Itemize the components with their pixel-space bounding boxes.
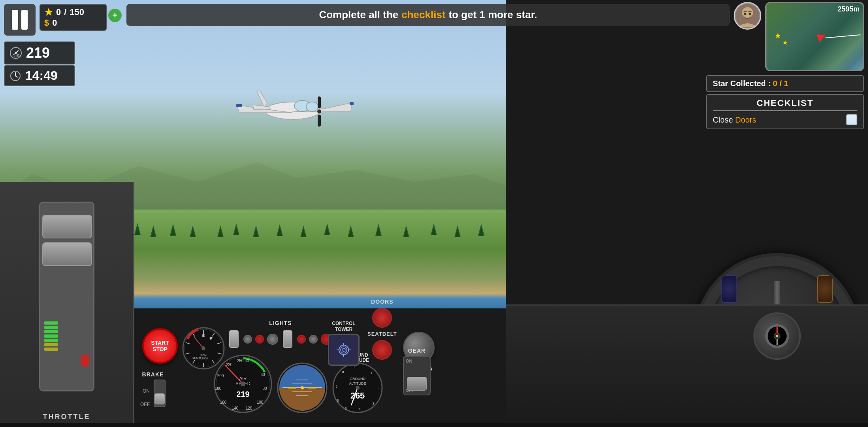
wheel-grip-right bbox=[817, 275, 833, 303]
airspeed-gauge: 250 40 60 80 100 120 140 160 180 200 220… bbox=[213, 354, 273, 414]
score-max: 150 bbox=[70, 7, 84, 17]
svg-point-4 bbox=[306, 102, 318, 111]
svg-text:0: 0 bbox=[356, 366, 358, 370]
altitude-gauge-area: GROUND ALTITUDE 0 1 2 3 4 5 6 7 8 9 265 … bbox=[332, 362, 383, 415]
banner-suffix: to get 1 more star. bbox=[449, 9, 537, 21]
gear-handle[interactable] bbox=[407, 377, 427, 391]
light-indicators-2 bbox=[297, 334, 332, 345]
minimap-route-line bbox=[825, 34, 860, 38]
svg-point-54 bbox=[241, 382, 245, 386]
doors-label: DOORS bbox=[371, 299, 393, 305]
svg-point-9 bbox=[742, 7, 753, 18]
svg-text:7: 7 bbox=[335, 385, 337, 389]
lights-section: LIGHTS bbox=[229, 320, 332, 348]
star-collected-label: Star Collected : bbox=[713, 79, 773, 88]
svg-point-14 bbox=[15, 52, 17, 54]
wheel-hub bbox=[753, 312, 801, 360]
player-avatar bbox=[734, 2, 761, 30]
svg-text:200: 200 bbox=[217, 374, 224, 378]
yellow-bar-1 bbox=[44, 343, 58, 346]
throttle-handle-2[interactable] bbox=[42, 242, 92, 266]
brake-handle[interactable] bbox=[154, 393, 165, 404]
throttle-slider[interactable] bbox=[39, 202, 94, 391]
score-row-stars: ★ 0 / 150 + bbox=[44, 7, 102, 18]
light-toggle-btn[interactable] bbox=[267, 334, 278, 345]
doors-controls bbox=[372, 308, 392, 328]
light-knob-1[interactable] bbox=[229, 330, 239, 348]
compass-indicator bbox=[766, 325, 788, 347]
speedometer-icon: KM/H bbox=[9, 47, 22, 59]
light-dot-3 bbox=[297, 335, 306, 344]
svg-text:ALTITUDE: ALTITUDE bbox=[349, 382, 366, 385]
star-collected-box: Star Collected : 0 / 1 bbox=[706, 75, 864, 92]
timer-icon bbox=[9, 70, 21, 82]
gear-switch-box[interactable]: ON OFF bbox=[403, 356, 431, 395]
svg-text:219: 219 bbox=[236, 390, 249, 399]
minimap-star2: ★ bbox=[782, 39, 788, 46]
instruments-container: START STOP 5 4 bbox=[134, 300, 498, 427]
brake-controls: ON OFF bbox=[140, 380, 166, 407]
speed-value: 219 bbox=[26, 45, 50, 61]
timer-box: 14:49 bbox=[4, 65, 75, 86]
brake-label: BRAKE bbox=[142, 371, 164, 378]
svg-point-85 bbox=[341, 347, 347, 353]
svg-text:120: 120 bbox=[246, 406, 252, 410]
svg-text:8: 8 bbox=[342, 370, 344, 374]
start-label: START bbox=[151, 340, 169, 346]
doors-toggle-top[interactable] bbox=[372, 308, 392, 328]
throttle-handle-1[interactable] bbox=[42, 215, 92, 238]
svg-line-18 bbox=[15, 76, 17, 77]
brake-on-label: ON bbox=[143, 388, 150, 394]
svg-text:RPM: RPM bbox=[200, 354, 207, 357]
plus-icon: + bbox=[113, 10, 118, 21]
throttle-green-bars bbox=[44, 321, 58, 351]
lights-label: LIGHTS bbox=[269, 320, 292, 326]
minimap: 2595m ★ ★ bbox=[765, 2, 864, 71]
svg-text:60: 60 bbox=[260, 372, 265, 377]
top-banner: Complete all the checklist to get 1 more… bbox=[126, 4, 730, 26]
yellow-bar-2 bbox=[44, 348, 58, 351]
light-toggle-1[interactable] bbox=[229, 330, 239, 348]
seatbelt-toggle[interactable] bbox=[372, 340, 392, 360]
brake-switch[interactable] bbox=[154, 380, 166, 407]
light-dot-2 bbox=[255, 335, 264, 344]
minimap-direction-arrow bbox=[817, 32, 827, 42]
light-knob-2[interactable] bbox=[283, 330, 292, 348]
pause-bar-right bbox=[21, 10, 28, 30]
stop-label: STOP bbox=[153, 346, 168, 352]
svg-text:180: 180 bbox=[215, 386, 222, 391]
svg-text:140: 140 bbox=[232, 406, 239, 410]
start-stop-area: START STOP bbox=[142, 328, 178, 364]
green-bar-4 bbox=[44, 334, 58, 338]
timer-value: 14:49 bbox=[25, 68, 58, 83]
svg-text:220: 220 bbox=[226, 363, 233, 367]
green-bar-2 bbox=[44, 326, 58, 329]
control-tower-button[interactable] bbox=[328, 334, 360, 366]
light-toggle-2[interactable] bbox=[283, 330, 292, 348]
brake-on-off-labels: ON OFF bbox=[140, 388, 150, 407]
brake-area: BRAKE ON OFF bbox=[140, 371, 166, 407]
svg-rect-2 bbox=[350, 102, 354, 105]
svg-text:AIR: AIR bbox=[239, 376, 247, 381]
pause-button[interactable] bbox=[4, 4, 36, 36]
svg-text:1: 1 bbox=[370, 371, 372, 375]
wheel-hub-inner bbox=[765, 324, 789, 348]
svg-text:3: 3 bbox=[372, 402, 374, 406]
lights-controls bbox=[229, 330, 332, 348]
brake-off-label: OFF bbox=[140, 402, 150, 407]
svg-point-66 bbox=[301, 386, 304, 389]
svg-point-86 bbox=[342, 348, 345, 351]
svg-point-95 bbox=[776, 335, 778, 337]
svg-text:2: 2 bbox=[377, 386, 379, 390]
score-row-coins: $ 0 bbox=[44, 18, 102, 28]
minimap-star1: ★ bbox=[774, 31, 781, 40]
bottom-bar bbox=[0, 423, 868, 427]
score-box: ★ 0 / 150 + $ 0 bbox=[40, 4, 107, 31]
svg-text:80: 80 bbox=[262, 386, 267, 391]
svg-text:250 40: 250 40 bbox=[237, 359, 249, 363]
start-stop-button[interactable]: START STOP bbox=[142, 328, 178, 364]
add-score-button[interactable]: + bbox=[108, 9, 122, 22]
attitude-indicator-area bbox=[277, 362, 328, 415]
score-separator: / bbox=[64, 7, 66, 17]
altitude-gauge: GROUND ALTITUDE 0 1 2 3 4 5 6 7 8 9 265 bbox=[332, 362, 383, 414]
